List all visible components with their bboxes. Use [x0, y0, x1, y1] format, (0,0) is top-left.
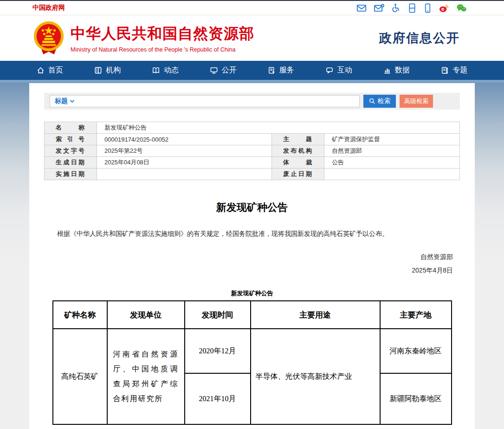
service-icon	[268, 66, 276, 74]
meta-label-agency: 发布机构	[272, 145, 324, 157]
accessibility-icon[interactable]	[391, 3, 401, 13]
search-field-select[interactable]: 标题	[55, 97, 75, 105]
meta-row-index: 索引号 000019174/2025-00052 主题 矿产资源保护监督	[45, 134, 460, 145]
mobile-icon[interactable]	[424, 3, 432, 13]
search-bar: 标题 检索 高级检索	[44, 93, 460, 110]
site-subtitle: Ministry of Natural Resources of the Peo…	[71, 46, 254, 53]
nav-label: 互动	[337, 65, 352, 75]
mail-subscribe-icon[interactable]	[374, 4, 384, 13]
nav-item-disclosure[interactable]: 公开	[194, 61, 252, 80]
topbar-icon-group: APP	[356, 3, 467, 13]
meta-value-index: 000019174/2025-00052	[97, 134, 272, 145]
gov-website-link[interactable]: 中国政府网	[32, 4, 65, 12]
chevron-down-icon	[70, 99, 75, 103]
cell-mineral-name: 高纯石英矿	[53, 329, 107, 424]
nav-label: 首页	[48, 65, 63, 75]
meta-row-dates: 实施日期 废止日期	[45, 169, 460, 180]
search-input-wrap: 标题	[50, 95, 360, 107]
article-body: 根据《中华人民共和国矿产资源法实施细则》的有关规定，经国务院批准，现将我国新发现…	[44, 228, 460, 239]
news-icon	[152, 66, 160, 74]
home-icon	[37, 66, 45, 74]
meta-value-subject: 矿产资源保护监督	[324, 134, 460, 145]
table-row: 高纯石英矿 河南省自然资源厅、中国地质调查局郑州矿产综合利用研究所 2020年1…	[53, 329, 452, 373]
mineral-announcement-table: 矿种名称 发现单位 发现时间 主要用途 主要产地 高纯石英矿 河南省自然资源厅、…	[52, 300, 452, 425]
header-main-use: 主要用途	[251, 301, 380, 329]
nav-item-org[interactable]: 机构	[79, 61, 137, 80]
weibo-icon[interactable]	[439, 3, 449, 13]
search-icon	[369, 98, 375, 104]
header-discover-unit: 发现单位	[107, 301, 185, 329]
org-icon	[94, 66, 102, 74]
cell-main-area-1: 河南东秦岭地区	[380, 329, 452, 373]
meta-label-index: 索引号	[45, 134, 97, 145]
nav-item-home[interactable]: 首页	[21, 61, 79, 80]
meta-label-subject: 主题	[272, 134, 324, 145]
wechat-icon[interactable]	[456, 3, 467, 13]
nav-item-service[interactable]: 服务	[252, 61, 310, 80]
meta-label-implement: 实施日期	[45, 169, 97, 180]
cell-main-use: 半导体、光伏等高新技术产业	[251, 329, 380, 424]
article-title: 新发现矿种公告	[44, 201, 460, 214]
mail-icon[interactable]	[356, 4, 367, 13]
meta-label-genre: 体裁	[272, 157, 324, 169]
article-signature: 自然资源部	[44, 253, 460, 261]
meta-value-agency: 自然资源部	[324, 145, 460, 157]
cell-discover-time-2: 2021年10月	[185, 373, 251, 424]
cell-discover-time-1: 2020年12月	[185, 329, 251, 373]
nav-item-data[interactable]: 数据	[368, 61, 426, 80]
site-brand[interactable]: 中华人民共和国自然资源部 Ministry of Natural Resourc…	[32, 21, 254, 55]
page-section-title: 政府信息公开	[379, 30, 460, 46]
nav-item-news[interactable]: 动态	[136, 61, 194, 80]
app-icon[interactable]: APP	[407, 3, 417, 13]
national-emblem-logo	[32, 21, 65, 55]
nav-label: 专题	[452, 65, 467, 75]
meta-value-name: 新发现矿种公告	[97, 122, 460, 134]
article-date: 2025年4月8日	[44, 266, 460, 275]
disclosure-icon	[210, 66, 218, 74]
meta-label-created: 生成日期	[45, 157, 97, 169]
topics-icon	[441, 66, 449, 74]
document-metadata-table: 名称 新发现矿种公告 索引号 000019174/2025-00052 主题 矿…	[44, 122, 460, 180]
search-button[interactable]: 检索	[363, 95, 396, 108]
main-navigation: 首页 机构 动态 公开	[0, 61, 504, 80]
meta-value-created: 2025年04月08日	[97, 157, 272, 169]
search-input[interactable]	[77, 96, 355, 106]
meta-label-name: 名称	[45, 122, 97, 134]
site-header: 中华人民共和国自然资源部 Ministry of Natural Resourc…	[0, 15, 504, 61]
doc-table-header-row: 矿种名称 发现单位 发现时间 主要用途 主要产地	[53, 301, 452, 329]
doc-table-caption: 新发现矿种公告	[44, 289, 460, 298]
nav-label: 公开	[222, 65, 237, 75]
nav-label: 动态	[164, 65, 179, 75]
meta-value-abolish	[324, 169, 460, 180]
brand-text: 中华人民共和国自然资源部 Ministry of Natural Resourc…	[71, 24, 254, 53]
svg-text:APP: APP	[409, 6, 415, 9]
meta-row-created: 生成日期 2025年04月08日 体裁 公告	[45, 157, 460, 169]
nav-item-topics[interactable]: 专题	[426, 61, 484, 80]
top-utility-bar: 中国政府网 APP	[0, 0, 504, 15]
cell-discover-unit: 河南省自然资源厅、中国地质调查局郑州矿产综合利用研究所	[107, 329, 185, 424]
header-mineral-name: 矿种名称	[53, 301, 107, 329]
nav-label: 服务	[279, 65, 294, 75]
content-card: 标题 检索 高级检索 名称 新发现矿种公告	[29, 83, 475, 429]
meta-value-implement	[97, 169, 272, 180]
meta-row-docno: 发文字号 2025年第22号 发布机构 自然资源部	[45, 145, 460, 157]
search-field-label: 标题	[55, 97, 68, 105]
nav-label: 机构	[106, 65, 121, 75]
cell-main-area-2: 新疆阿勒泰地区	[380, 373, 452, 424]
site-title: 中华人民共和国自然资源部	[71, 24, 254, 44]
meta-value-docno: 2025年第22号	[97, 145, 272, 157]
nav-label: 数据	[395, 65, 410, 75]
header-discover-time: 发现时间	[185, 301, 251, 329]
page-background: 标题 检索 高级检索 名称 新发现矿种公告	[0, 83, 504, 429]
search-button-label: 检索	[378, 97, 391, 105]
interact-icon	[325, 66, 334, 74]
data-icon	[383, 66, 391, 74]
meta-value-genre: 公告	[324, 157, 460, 169]
header-main-area: 主要产地	[380, 301, 452, 329]
advanced-search-button[interactable]: 高级检索	[400, 95, 433, 108]
nav-item-interact[interactable]: 互动	[310, 61, 368, 80]
meta-label-docno: 发文字号	[45, 145, 97, 157]
meta-label-abolish: 废止日期	[272, 169, 324, 180]
meta-row-name: 名称 新发现矿种公告	[45, 122, 460, 134]
